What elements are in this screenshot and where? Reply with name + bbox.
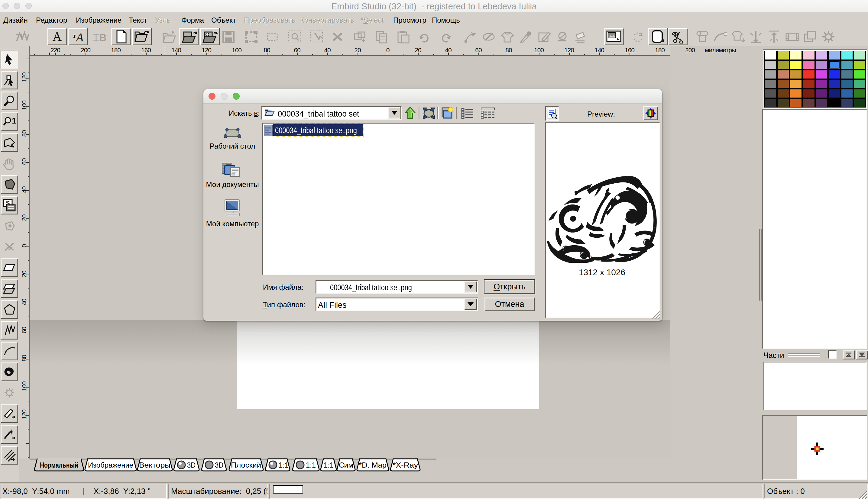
svg-text:1:1: 1:1 (324, 461, 334, 469)
svg-text:Нормальный: Нормальный (40, 461, 78, 469)
svg-text:Векторы: Векторы (139, 461, 170, 469)
svg-text:3D: 3D (215, 461, 224, 469)
svg-text:1:1: 1:1 (279, 461, 289, 469)
svg-text:*D. Map: *D. Map (359, 461, 387, 469)
svg-text:1:1: 1:1 (306, 461, 316, 469)
svg-text:Плоский: Плоский (231, 461, 261, 469)
svg-text:*X-Ray: *X-Ray (393, 461, 418, 469)
svg-text:A: A (52, 30, 62, 43)
svg-text:3D: 3D (187, 461, 195, 469)
svg-text:Сим: Сим (339, 461, 353, 469)
svg-text:Изображение: Изображение (88, 461, 133, 469)
svg-text:1: 1 (12, 116, 16, 125)
svg-text:т: т (73, 32, 76, 39)
svg-text:A: A (75, 31, 84, 43)
svg-text:⌶B: ⌶B (93, 32, 107, 43)
